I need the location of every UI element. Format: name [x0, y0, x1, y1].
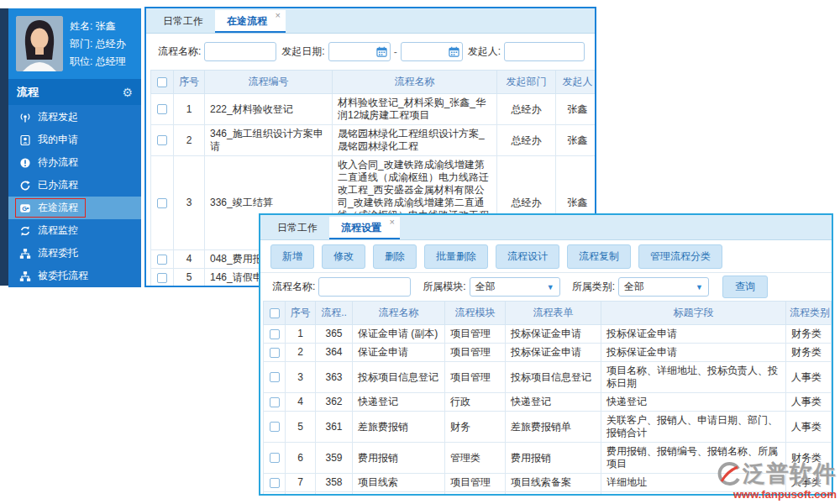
initiator-input[interactable] — [504, 42, 585, 61]
sidebar-item-3[interactable]: 已办流程 — [8, 174, 141, 197]
row-checkbox[interactable] — [270, 422, 280, 432]
row-checkbox[interactable] — [157, 135, 167, 145]
row-checkbox[interactable] — [270, 372, 280, 382]
row-checkbox[interactable] — [270, 478, 280, 488]
sidebar-item-5[interactable]: 流程监控 — [8, 219, 141, 242]
row-checkbox[interactable] — [270, 348, 280, 358]
col-name: 流程名称 — [353, 302, 445, 325]
cell-category: 人事类 — [786, 393, 832, 412]
sidebar-item-2[interactable]: 待办流程 — [8, 151, 141, 174]
row-checkbox[interactable] — [270, 329, 280, 339]
sidebar-item-4-active[interactable]: G在途流程 — [8, 197, 141, 219]
flow-settings-table: 序号 流程.. 流程名称 流程模块 流程表单 标题字段 流程类别 1365保证金… — [263, 301, 832, 496]
cell-category: 财务类 — [786, 344, 832, 362]
batch-delete-button[interactable]: 批量删除 — [424, 244, 488, 269]
sidebar-item-6[interactable]: 流程委托 — [8, 242, 141, 265]
table-row[interactable]: 4362快递登记行政快递登记快递登记人事类 — [264, 393, 832, 412]
table-row[interactable]: 3363投标项目信息登记项目管理投标项目信息登记项目名称、详细地址、投标负责人、… — [264, 362, 832, 393]
select-all-checkbox[interactable] — [157, 77, 167, 87]
col-name: 流程名称 — [333, 71, 497, 94]
flow-name-input[interactable] — [204, 42, 276, 61]
avatar-illustration — [16, 16, 63, 71]
flow-copy-button[interactable]: 流程复制 — [567, 244, 631, 269]
add-button[interactable]: 新增 — [270, 244, 314, 269]
cell-title-fields: 费用报销、报销编号、报销名称、所属项目 — [601, 443, 786, 474]
category-select[interactable]: 全部▼ — [618, 277, 709, 297]
close-icon[interactable]: × — [390, 217, 395, 227]
flow-name-label: 流程名称: — [158, 45, 201, 59]
cell-name: 投标项目信息登记 — [353, 362, 445, 393]
cell-form: 费用报销 — [506, 443, 601, 474]
table-row[interactable]: 1222_材料验收登记材料验收登记_材料采购_张鑫_华润12城房建工程项目总经办… — [151, 94, 597, 125]
col-no: 序号 — [286, 302, 316, 325]
tab-daily-work[interactable]: 日常工作 — [151, 10, 215, 33]
table-row[interactable]: 5361差旅费报销财务差旅费报销单关联客户、报销人、申请日期、部门、报销合计人事… — [264, 412, 832, 443]
search-button[interactable]: 查询 — [722, 276, 768, 298]
table-row[interactable]: 8357测试费用报销财务费用报销费用报销、报销编号、报销名称、本次报销金额财务类 — [264, 492, 832, 496]
cell-module: 行政 — [445, 393, 506, 412]
row-checkbox-cell — [264, 443, 286, 474]
user-name: 姓名: 张鑫 — [70, 18, 126, 35]
table-row[interactable]: 1365保证金申请 (副本)项目管理投标保证金申请投标保证金申请财务类 — [264, 325, 832, 344]
sidebar-item-0[interactable]: 流程发起 — [8, 106, 141, 129]
rotate-icon — [19, 180, 31, 192]
cell-person: 张鑫 — [556, 125, 597, 156]
cell-form: 投标项目信息登记 — [506, 362, 601, 393]
close-icon[interactable]: × — [276, 10, 281, 20]
sidebar-item-1[interactable]: 我的申请 — [8, 129, 141, 151]
svg-text:G: G — [22, 204, 27, 212]
cell-no: 7 — [286, 474, 316, 492]
row-checkbox[interactable] — [157, 273, 167, 283]
cell-module: 管理类 — [445, 443, 506, 474]
cell-title-fields: 项目名称、详细地址、投标负责人、投标日期 — [601, 362, 786, 393]
cell-code: 358 — [316, 474, 353, 492]
sidebar-item-label: 被委托流程 — [38, 269, 88, 283]
module-select[interactable]: 全部▼ — [470, 277, 560, 297]
cell-module: 项目管理 — [445, 362, 506, 393]
row-checkbox-cell — [151, 156, 174, 250]
start-date-label: 发起日期: — [281, 45, 324, 59]
row-checkbox[interactable] — [157, 198, 167, 208]
date-to-input[interactable] — [401, 42, 463, 61]
date-from-input[interactable] — [328, 42, 391, 61]
cell-title-fields: 关联客户、报销人、申请日期、部门、报销合计 — [601, 412, 786, 443]
row-checkbox[interactable] — [157, 104, 167, 114]
row-checkbox-cell — [151, 269, 174, 287]
sidebar-item-label: 待办流程 — [38, 155, 78, 170]
col-person: 发起人 — [556, 71, 597, 94]
sidebar: 姓名: 张鑫 部门: 总经办 职位: 总经理 流程 ⚙ 流程发起我的申请待办流程… — [8, 8, 141, 286]
sidebar-item-7[interactable]: 被委托流程 — [8, 265, 141, 287]
tab-daily-work[interactable]: 日常工作 — [265, 217, 329, 239]
cell-form: 差旅费报销单 — [506, 412, 601, 443]
table-row[interactable]: 7358项目线索项目管理项目线索备案详细地址人事类 — [264, 474, 832, 492]
sidebar-item-inner: 待办流程 — [15, 153, 86, 172]
tab-flow-settings[interactable]: 流程设置 × — [329, 217, 400, 239]
sidebar-item-inner: 我的申请 — [15, 130, 86, 150]
flow-name-input[interactable] — [318, 277, 411, 297]
cell-module: 财务 — [445, 412, 506, 443]
tab-in-transit[interactable]: 在途流程 × — [215, 10, 286, 33]
col-no: 序号 — [174, 71, 205, 94]
delete-button[interactable]: 删除 — [373, 244, 417, 269]
row-checkbox[interactable] — [270, 397, 280, 407]
row-checkbox[interactable] — [270, 453, 280, 463]
date-separator: - — [394, 46, 397, 58]
user-dept: 部门: 总经办 — [70, 35, 126, 53]
edit-button[interactable]: 修改 — [322, 244, 365, 269]
cell-title-fields: 费用报销、报销编号、报销名称、本次报销金额 — [601, 492, 786, 496]
cell-category: 财务类 — [786, 325, 832, 344]
row-checkbox-cell — [264, 325, 286, 344]
table-header-row: 序号 流程编号 流程名称 发起部门 发起人 — [151, 71, 597, 94]
row-checkbox-cell — [151, 287, 174, 288]
col-code: 流程.. — [316, 302, 353, 325]
row-checkbox[interactable] — [157, 255, 167, 265]
table-row[interactable]: 6359费用报销管理类费用报销费用报销、报销编号、报销名称、所属项目财务类 — [264, 443, 832, 474]
manage-flow-category-button[interactable]: 管理流程分类 — [638, 244, 722, 269]
table-row[interactable]: 2364保证金申请项目管理投标保证金申请投标保证金申请财务类 — [264, 344, 832, 362]
table-row[interactable]: 2346_施工组织设计方案申请晟铭园林绿化工程组织设计方案_晟铭园林绿化工程总经… — [151, 125, 597, 156]
cell-name: 差旅费报销 — [353, 412, 445, 443]
row-checkbox-cell — [151, 94, 174, 125]
select-all-checkbox[interactable] — [270, 308, 280, 318]
flow-design-button[interactable]: 流程设计 — [496, 244, 559, 269]
gear-icon[interactable]: ⚙ — [122, 86, 133, 99]
